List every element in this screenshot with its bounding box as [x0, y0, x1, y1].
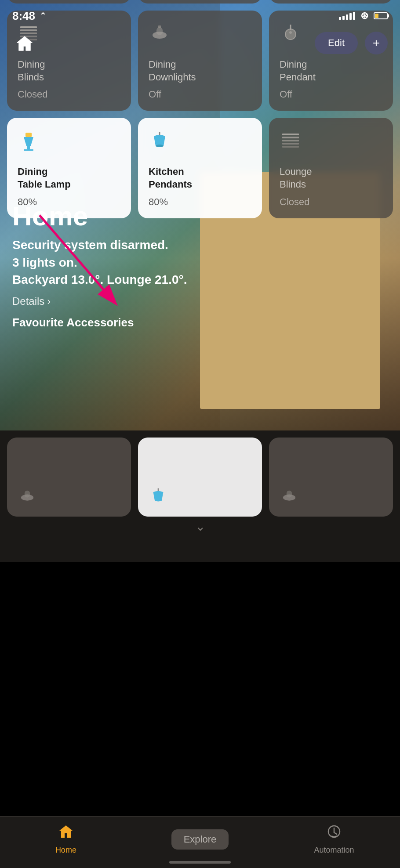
tab-automation[interactable]: Automation [308, 824, 360, 855]
svg-point-32 [156, 145, 164, 147]
dining-downlights-status: Off [149, 89, 251, 100]
partial-tile-3[interactable] [269, 438, 393, 517]
automation-tab-icon [326, 824, 342, 843]
explore-btn[interactable]: Explore [171, 829, 229, 850]
security-status: Security system disarmed. [12, 238, 168, 252]
temperature-status: Backyard 13.0°. Lounge 21.0°. [12, 273, 187, 286]
wifi-icon: ⊛ [360, 10, 368, 22]
kitchen-pendants-name: KitchenPendants [149, 166, 251, 191]
svg-rect-29 [24, 149, 33, 151]
lounge-blinds-icon [280, 130, 382, 155]
svg-rect-28 [27, 146, 30, 149]
tab-explore[interactable]: Explore [171, 829, 229, 850]
dining-lamp-name: DiningTable Lamp [18, 166, 120, 191]
dining-blinds-status: Closed [18, 89, 120, 100]
home-nav-icon[interactable] [12, 31, 37, 55]
home-indicator [169, 861, 231, 864]
dining-downlights-name: DiningDownlights [149, 58, 251, 83]
svg-rect-43 [287, 491, 292, 498]
status-bar-left: 8:48 ⌃ [12, 9, 46, 23]
svg-marker-27 [24, 137, 33, 146]
dining-pendant-status: Off [280, 89, 382, 100]
svg-rect-39 [25, 491, 30, 498]
time-display: 8:48 [12, 9, 35, 23]
dining-blinds-name: DiningBlinds [18, 58, 120, 83]
top-bar-actions: Edit + [315, 32, 388, 54]
bottom-section: ⌄ [0, 430, 400, 562]
kitchen-pendant-icon [149, 130, 251, 155]
partial-tiles-row [7, 430, 393, 517]
home-tab-icon [58, 824, 74, 843]
partial-tile-2[interactable] [138, 438, 262, 517]
lounge-blinds-tile[interactable]: LoungeBlinds Closed [269, 118, 393, 218]
hero-status: Security system disarmed. 3 lights on. B… [12, 236, 187, 288]
explore-tab-icon: Explore [171, 829, 229, 850]
automation-tab-label: Automation [314, 846, 354, 855]
svg-rect-26 [25, 133, 32, 137]
status-bar-right: ⊛ [339, 10, 388, 22]
svg-rect-33 [282, 134, 299, 135]
svg-rect-37 [282, 146, 299, 148]
battery-icon [374, 12, 388, 19]
location-arrow-icon: ⌃ [40, 11, 46, 21]
add-button[interactable]: + [365, 32, 388, 54]
table-lamp-icon [18, 130, 120, 155]
svg-rect-35 [282, 140, 299, 141]
dining-pendant-name: DiningPendant [280, 58, 382, 83]
details-chevron-icon: › [47, 295, 51, 307]
svg-rect-34 [282, 137, 299, 138]
scroll-up-chevron-icon[interactable]: ⌄ [7, 517, 393, 536]
home-title: Home [12, 201, 187, 231]
home-tab-label: Home [55, 846, 76, 855]
favourites-label: Favourite Accessories [12, 316, 134, 329]
tab-home[interactable]: Home [40, 824, 92, 855]
tab-bar: Home Explore Automation [0, 816, 400, 868]
top-bar: Edit + [0, 26, 400, 60]
hero-content: Home Security system disarmed. 3 lights … [12, 201, 187, 307]
battery-fill [375, 14, 378, 18]
lounge-blinds-name: LoungeBlinds [280, 166, 382, 191]
partial-tile-1[interactable] [7, 438, 131, 517]
svg-rect-36 [282, 143, 299, 145]
details-link[interactable]: Details › [12, 295, 187, 307]
lights-status: 3 lights on. [12, 256, 77, 269]
signal-bars-icon [339, 12, 355, 20]
status-bar: 8:48 ⌃ ⊛ [0, 0, 400, 26]
lounge-blinds-status: Closed [280, 196, 382, 208]
hero-section: 8:48 ⌃ ⊛ Edit + [0, 0, 400, 430]
details-label: Details [12, 295, 44, 307]
edit-button[interactable]: Edit [315, 32, 358, 54]
